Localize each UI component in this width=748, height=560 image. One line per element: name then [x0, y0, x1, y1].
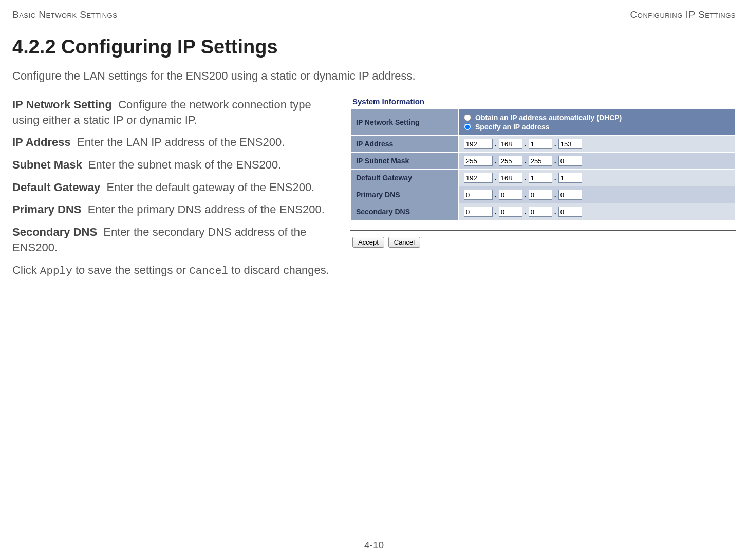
- primary-dns-octet-4[interactable]: [558, 190, 582, 200]
- panel-title: System Information: [352, 97, 736, 106]
- ip-address-octet-1[interactable]: [464, 139, 493, 149]
- primary-dns-octets: . . .: [464, 190, 730, 200]
- term-ip-address: IP Address: [12, 136, 71, 148]
- page-footer: 4-10: [0, 539, 748, 551]
- divider: [350, 230, 736, 231]
- cancel-button[interactable]: Cancel: [388, 237, 420, 248]
- dot-icon: .: [554, 174, 556, 182]
- text-ip-address: Enter the LAN IP address of the ENS200.: [77, 136, 285, 148]
- primary-dns-octet-3[interactable]: [529, 190, 552, 200]
- desc-secondary-dns: Secondary DNS Enter the secondary DNS ad…: [12, 225, 341, 255]
- term-subnet-mask: Subnet Mask: [12, 158, 82, 171]
- label-default-gateway: Default Gateway: [351, 170, 459, 186]
- accept-button[interactable]: Accept: [352, 237, 384, 248]
- dot-icon: .: [525, 191, 527, 199]
- label-ip-address-cell: IP Address: [351, 136, 459, 153]
- desc-apply-cancel: Click Apply to save the settings or Canc…: [12, 263, 341, 278]
- ip-address-octet-4[interactable]: [558, 139, 582, 149]
- term-ip-network-setting: IP Network Setting: [12, 98, 112, 111]
- term-secondary-dns: Secondary DNS: [12, 226, 97, 238]
- header-right: Configuring IP Settings: [630, 9, 736, 21]
- primary-dns-octet-1[interactable]: [464, 190, 493, 200]
- intro-text: Configure the LAN settings for the ENS20…: [12, 69, 736, 83]
- row-ip-network-setting: IP Network Setting Obtain an IP address …: [351, 109, 736, 136]
- secondary-dns-octet-1[interactable]: [464, 207, 493, 217]
- radio-dhcp-label: Obtain an IP address automatically (DHCP…: [475, 114, 622, 122]
- label-secondary-dns: Secondary DNS: [351, 203, 459, 220]
- primary-dns-octet-2[interactable]: [499, 190, 522, 200]
- row-secondary-dns: Secondary DNS . . .: [351, 203, 736, 220]
- text-default-gateway: Enter the default gateway of the ENS200.: [106, 181, 314, 194]
- gateway-octets: . . .: [464, 173, 730, 183]
- page-header: Basic Network Settings Configuring IP Se…: [12, 9, 736, 21]
- description-column: IP Network Setting Configure the network…: [12, 97, 341, 286]
- ip-address-octet-2[interactable]: [499, 139, 522, 149]
- secondary-dns-octet-4[interactable]: [558, 207, 582, 217]
- apply-prefix: Click: [12, 264, 40, 276]
- term-primary-dns: Primary DNS: [12, 203, 82, 216]
- desc-subnet-mask: Subnet Mask Enter the subnet mask of the…: [12, 157, 341, 173]
- term-default-gateway: Default Gateway: [12, 181, 100, 194]
- subnet-octet-1[interactable]: [464, 156, 493, 166]
- dot-icon: .: [525, 208, 527, 216]
- dot-icon: .: [495, 191, 497, 199]
- settings-panel: System Information IP Network Setting Ob…: [350, 97, 736, 248]
- dot-icon: .: [495, 140, 497, 148]
- row-primary-dns: Primary DNS . . .: [351, 186, 736, 203]
- radio-static[interactable]: [464, 123, 471, 130]
- cell-ip-network-setting: Obtain an IP address automatically (DHCP…: [459, 109, 736, 136]
- row-ip-address: IP Address . . .: [351, 136, 736, 153]
- dot-icon: .: [495, 157, 497, 165]
- label-ip-subnet-mask: IP Subnet Mask: [351, 153, 459, 170]
- dot-icon: .: [525, 174, 527, 182]
- secondary-dns-octet-3[interactable]: [529, 207, 552, 217]
- apply-mid: to save the settings or: [72, 264, 189, 276]
- desc-primary-dns: Primary DNS Enter the primary DNS addres…: [12, 202, 341, 217]
- subnet-octet-4[interactable]: [558, 156, 582, 166]
- text-subnet-mask: Enter the subnet mask of the ENS200.: [88, 158, 281, 171]
- section-number: 4.2.2: [12, 36, 56, 58]
- header-left: Basic Network Settings: [12, 9, 117, 21]
- subnet-octet-2[interactable]: [499, 156, 522, 166]
- dot-icon: .: [554, 208, 556, 216]
- section-heading: 4.2.2 Configuring IP Settings: [12, 36, 736, 58]
- system-info-table: IP Network Setting Obtain an IP address …: [350, 109, 736, 220]
- cancel-word: Cancel: [189, 265, 228, 277]
- dot-icon: .: [554, 191, 556, 199]
- desc-ip-network-setting: IP Network Setting Configure the network…: [12, 97, 341, 127]
- dot-icon: .: [525, 157, 527, 165]
- radio-dhcp[interactable]: [464, 114, 471, 121]
- secondary-dns-octet-2[interactable]: [499, 207, 522, 217]
- row-ip-subnet-mask: IP Subnet Mask . . .: [351, 153, 736, 170]
- gateway-octet-3[interactable]: [529, 173, 552, 183]
- label-ip-network-setting: IP Network Setting: [351, 109, 459, 136]
- section-title: Configuring IP Settings: [61, 36, 278, 58]
- row-default-gateway: Default Gateway . . .: [351, 170, 736, 186]
- ip-address-octets: . . .: [464, 139, 730, 149]
- gateway-octet-4[interactable]: [558, 173, 582, 183]
- dot-icon: .: [554, 140, 556, 148]
- gateway-octet-1[interactable]: [464, 173, 493, 183]
- apply-suffix: to discard changes.: [228, 264, 329, 276]
- dot-icon: .: [495, 174, 497, 182]
- subnet-octet-3[interactable]: [529, 156, 552, 166]
- ip-address-octet-3[interactable]: [529, 139, 552, 149]
- dot-icon: .: [554, 157, 556, 165]
- label-primary-dns: Primary DNS: [351, 186, 459, 203]
- subnet-octets: . . .: [464, 156, 730, 166]
- gateway-octet-2[interactable]: [499, 173, 522, 183]
- dot-icon: .: [525, 140, 527, 148]
- apply-word: Apply: [40, 265, 72, 277]
- secondary-dns-octets: . . .: [464, 207, 730, 217]
- desc-ip-address: IP Address Enter the LAN IP address of t…: [12, 135, 341, 150]
- radio-static-label: Specify an IP address: [475, 123, 549, 131]
- desc-default-gateway: Default Gateway Enter the default gatewa…: [12, 180, 341, 195]
- dot-icon: .: [495, 208, 497, 216]
- text-primary-dns: Enter the primary DNS address of the ENS…: [88, 203, 325, 216]
